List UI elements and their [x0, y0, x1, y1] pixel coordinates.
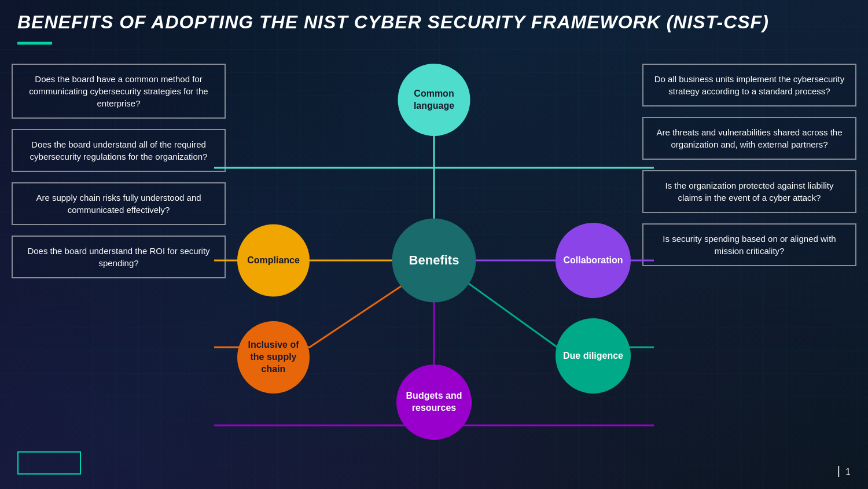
footer-decoration	[17, 451, 81, 475]
page-divider: |	[837, 464, 840, 477]
page-title: BENEFITS OF ADOPTING THE NIST CYBER SECU…	[17, 12, 851, 33]
right-box-1: Do all business units implement the cybe…	[642, 64, 856, 106]
right-box-3: Is the organization protected against li…	[642, 170, 856, 213]
node-supply-chain: Inclusive of the supply chain	[237, 321, 310, 394]
left-box-2: Does the board understand all of the req…	[12, 129, 226, 172]
left-questions: Does the board have a common method for …	[12, 64, 226, 278]
diagram-container: Benefits Common language Compliance Incl…	[208, 52, 660, 469]
svg-line-9	[469, 284, 557, 347]
right-box-4: Is security spending based on or aligned…	[642, 223, 856, 266]
node-compliance: Compliance	[237, 225, 310, 297]
svg-line-5	[310, 284, 405, 347]
node-collaboration: Collaboration	[556, 223, 631, 298]
left-box-4: Does the board understand the ROI for se…	[12, 236, 226, 278]
node-common-language: Common language	[398, 64, 470, 136]
right-box-2: Are threats and vulnerabilities shared a…	[642, 117, 856, 160]
right-questions: Do all business units implement the cybe…	[642, 64, 856, 266]
node-center: Benefits	[392, 219, 476, 303]
title-underline	[17, 42, 52, 45]
left-box-1: Does the board have a common method for …	[12, 64, 226, 119]
node-budgets: Budgets and resources	[396, 365, 472, 440]
node-due-diligence: Due diligence	[556, 318, 631, 394]
slide-container: BENEFITS OF ADOPTING THE NIST CYBER SECU…	[0, 0, 868, 489]
left-box-3: Are supply chain risks fully understood …	[12, 182, 226, 225]
page-number: 1	[845, 467, 851, 477]
